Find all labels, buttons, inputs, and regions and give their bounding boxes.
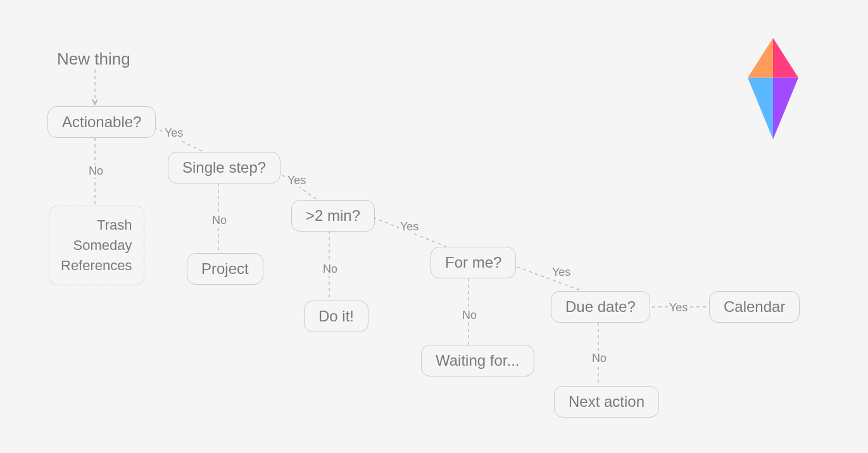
node-due-date: Due date? bbox=[551, 291, 650, 323]
node-waiting: Waiting for... bbox=[421, 345, 534, 376]
edge-yes-3: Yes bbox=[399, 220, 420, 233]
edge-yes-1: Yes bbox=[163, 127, 184, 140]
edge-yes-2: Yes bbox=[286, 174, 307, 187]
svg-marker-13 bbox=[748, 78, 773, 139]
edge-no-1: No bbox=[87, 164, 104, 178]
edge-no-4: No bbox=[461, 309, 478, 322]
node-next-action: Next action bbox=[554, 386, 659, 418]
list-references: References bbox=[61, 256, 132, 276]
edge-no-2: No bbox=[211, 214, 228, 227]
diamond-logo-icon bbox=[735, 38, 811, 139]
svg-marker-14 bbox=[773, 78, 798, 139]
edge-yes-5: Yes bbox=[668, 301, 689, 314]
list-someday: Someday bbox=[61, 235, 132, 256]
node-non-actionable-list: Trash Someday References bbox=[49, 206, 144, 285]
node-two-min: >2 min? bbox=[291, 200, 375, 232]
svg-marker-11 bbox=[748, 38, 773, 78]
flowchart-canvas: New thing Actionable? Yes No Trash Somed… bbox=[0, 0, 868, 453]
node-do-it: Do it! bbox=[304, 301, 368, 332]
node-new-thing: New thing bbox=[57, 51, 130, 67]
node-project: Project bbox=[187, 253, 263, 285]
node-actionable: Actionable? bbox=[47, 106, 156, 138]
edge-yes-4: Yes bbox=[551, 266, 572, 279]
node-calendar: Calendar bbox=[709, 291, 800, 323]
node-single-step: Single step? bbox=[168, 152, 280, 183]
edge-no-5: No bbox=[591, 352, 608, 365]
svg-marker-12 bbox=[773, 38, 798, 78]
list-trash: Trash bbox=[61, 215, 132, 235]
node-for-me: For me? bbox=[431, 247, 516, 278]
edge-no-3: No bbox=[322, 263, 339, 276]
